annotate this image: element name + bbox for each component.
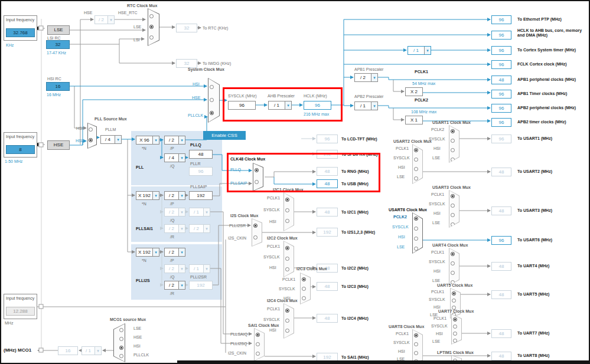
sysclk-value-box[interactable]: 96 xyxy=(228,101,256,110)
pllsai1-p-dropdown[interactable]: / 2▾ xyxy=(164,191,185,200)
mux-option-radio[interactable] xyxy=(285,319,289,323)
pllsai1-q-dropdown[interactable]: / 2▾ xyxy=(164,208,185,217)
mux-option-radio[interactable] xyxy=(414,167,418,171)
i2c1-clock-mux[interactable] xyxy=(283,192,294,231)
usb-frequency-box[interactable]: 48 xyxy=(317,179,338,188)
mux-option-radio[interactable] xyxy=(285,329,289,333)
rtc-clock-mux[interactable] xyxy=(148,8,159,46)
pllsai1-rdiv-dropdown[interactable]: / 2▾ xyxy=(189,224,210,233)
plli2s-q-dropdown[interactable]: / 2▾ xyxy=(164,264,185,273)
mux-option-radio[interactable] xyxy=(285,267,289,271)
mux-option-radio[interactable] xyxy=(149,14,154,18)
pll-q-dropdown[interactable]: / 4▾ xyxy=(164,153,185,162)
apb2-prescaler-dropdown[interactable]: / 1▾ xyxy=(354,101,378,110)
apb2-peripheral-frequency-box[interactable]: 96 xyxy=(491,104,511,113)
apb1-peripheral-frequency-box[interactable]: 48 xyxy=(491,76,511,84)
mux-option-radio[interactable] xyxy=(451,148,455,152)
i2c2-clock-mux[interactable] xyxy=(283,241,294,277)
mux-option-radio[interactable] xyxy=(302,277,306,281)
mux-option-radio[interactable] xyxy=(452,291,456,296)
hclk-ahb-frequency-box[interactable]: 96 xyxy=(491,31,511,40)
lse-oscillator-box[interactable]: LSE xyxy=(47,25,70,35)
mux-option-radio[interactable] xyxy=(451,204,455,208)
i2c4-clock-mux[interactable] xyxy=(283,303,294,339)
ethernet-ptp-frequency-box[interactable]: 96 xyxy=(491,15,511,24)
usart2-clock-mux[interactable] xyxy=(412,144,423,184)
mux-option-radio[interactable] xyxy=(285,309,289,313)
mux-option-radio[interactable] xyxy=(453,339,457,343)
mux-option-radio[interactable] xyxy=(149,35,154,40)
hse-oscillator-box[interactable]: HSE xyxy=(47,140,70,150)
mux-option-radio[interactable] xyxy=(451,271,455,275)
mux-option-radio[interactable] xyxy=(414,217,418,221)
mux-option-radio[interactable] xyxy=(255,180,259,184)
sai1-clock-mux[interactable] xyxy=(254,328,265,361)
mux-option-radio[interactable] xyxy=(414,176,418,181)
mux-option-radio[interactable] xyxy=(414,333,418,337)
apb1-prescaler-dropdown[interactable]: / 2▾ xyxy=(354,73,378,82)
mux-option-radio[interactable] xyxy=(414,351,418,355)
mux-option-radio[interactable] xyxy=(89,138,93,142)
mux-option-radio[interactable] xyxy=(451,139,455,143)
apb2-timer-frequency-box[interactable]: 96 xyxy=(491,118,511,127)
ahb-prescaler-dropdown[interactable]: / 1▾ xyxy=(268,101,292,110)
mux-option-radio[interactable] xyxy=(89,127,93,132)
mux-option-radio[interactable] xyxy=(119,328,123,332)
mux-option-radio[interactable] xyxy=(451,261,455,265)
rtc-hse-prescaler-dropdown[interactable]: / 2▾ xyxy=(94,15,115,24)
enable-css-button[interactable]: Enable CSS xyxy=(203,131,246,140)
system-clock-mux[interactable] xyxy=(208,78,220,123)
mux-option-radio[interactable] xyxy=(149,25,154,29)
mux-option-radio[interactable] xyxy=(451,129,455,133)
pllm-dropdown[interactable]: / 4▾ xyxy=(100,135,122,144)
uart4-clock-mux[interactable] xyxy=(449,248,459,286)
mux-option-radio[interactable] xyxy=(285,198,289,202)
mux-option-radio[interactable] xyxy=(119,354,123,358)
mux-option-radio[interactable] xyxy=(414,237,418,241)
cortex-timer-prescaler-dropdown[interactable]: / 1▾ xyxy=(408,46,431,55)
usart1-clock-mux[interactable] xyxy=(449,125,459,163)
mux-option-radio[interactable] xyxy=(453,332,457,336)
mux-option-radio[interactable] xyxy=(210,85,214,89)
uart7-clock-mux[interactable] xyxy=(451,314,462,345)
pllsai1-r-dropdown[interactable]: / 2▾ xyxy=(164,224,185,233)
mux-option-radio[interactable] xyxy=(414,148,418,152)
plli2s-r-dropdown[interactable]: / 2▾ xyxy=(164,281,185,290)
mux-option-radio[interactable] xyxy=(255,168,259,172)
mux-option-radio[interactable] xyxy=(414,247,418,251)
fclk-frequency-box[interactable]: 96 xyxy=(491,60,511,69)
mux-option-radio[interactable] xyxy=(285,246,289,250)
mux-option-radio[interactable] xyxy=(256,333,260,337)
pll-n-dropdown[interactable]: X 96▾ xyxy=(136,136,159,145)
mco1-prescaler-dropdown[interactable]: / 1▾ xyxy=(82,346,102,355)
i2s-clock-mux[interactable] xyxy=(252,218,262,247)
usart3-clock-mux[interactable] xyxy=(449,190,459,228)
pllsaip-value-box[interactable]: 192 xyxy=(189,191,213,200)
mux-option-radio[interactable] xyxy=(256,342,260,346)
mux-option-radio[interactable] xyxy=(414,342,418,346)
mux-option-radio[interactable] xyxy=(453,324,457,329)
mux-option-radio[interactable] xyxy=(285,219,289,223)
mux-option-radio[interactable] xyxy=(253,235,257,240)
clk48-clock-mux[interactable] xyxy=(253,163,263,191)
mux-option-radio[interactable] xyxy=(302,287,306,291)
plli2s-n-dropdown[interactable]: X 192▾ xyxy=(136,248,159,257)
mux-option-radio[interactable] xyxy=(285,257,289,261)
mux-option-radio[interactable] xyxy=(302,296,306,300)
mux-option-radio[interactable] xyxy=(451,194,455,198)
lse-frequency-value[interactable]: 32.768 xyxy=(6,28,35,37)
mux-option-radio[interactable] xyxy=(285,208,289,212)
hse-frequency-value[interactable]: 8 xyxy=(6,145,35,154)
uart5-clock-mux[interactable] xyxy=(450,288,461,319)
plli2s-qdiv-dropdown[interactable]: / 1▾ xyxy=(189,264,210,273)
mux-option-radio[interactable] xyxy=(451,213,455,217)
uart8-clock-mux[interactable] xyxy=(412,329,423,364)
plli2s-p-dropdown[interactable]: / 2▾ xyxy=(164,248,185,257)
mux-option-radio[interactable] xyxy=(452,299,456,303)
usart6-clock-mux[interactable] xyxy=(412,212,423,254)
pll-source-mux[interactable] xyxy=(87,123,97,149)
cortex-timer-frequency-box[interactable]: 96 xyxy=(491,46,511,55)
hsi-frequency-value[interactable]: 16 xyxy=(46,82,70,91)
lsi-frequency-value[interactable]: 32 xyxy=(46,40,70,49)
pllq-value-box[interactable]: 48 xyxy=(189,150,213,159)
